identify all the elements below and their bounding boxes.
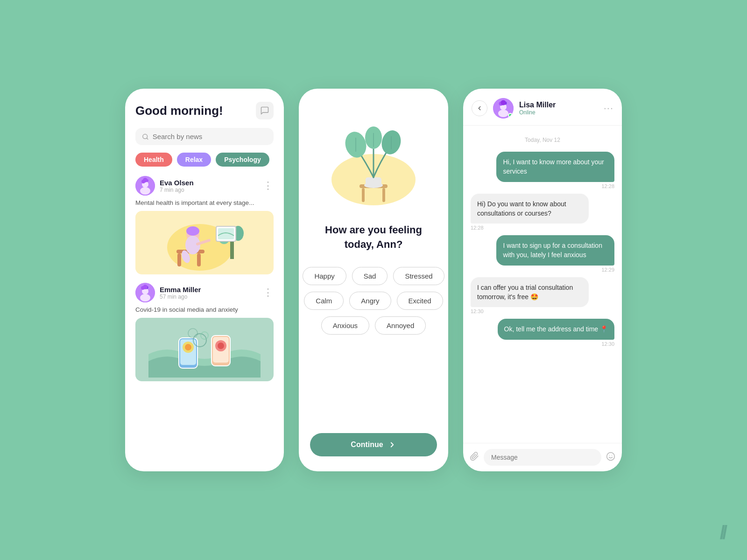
bubble-2: Hi) Do you want to know about consultati… (471, 194, 589, 224)
news-feed-card: Good morning! Health Relax Psychology L (125, 89, 284, 471)
post-image-1 (135, 211, 274, 274)
post-menu-2[interactable]: ⋮ (263, 287, 274, 298)
back-button[interactable] (472, 100, 487, 116)
svg-point-33 (185, 344, 191, 350)
continue-button[interactable]: Continue (310, 433, 437, 456)
chat-header: Lisa Miller Online ··· (463, 89, 622, 126)
tag-health[interactable]: Health (135, 153, 172, 167)
msg-time-3: 12:29 (601, 267, 614, 273)
mood-check-card: How are you feeling today, Ann? Happy Sa… (299, 89, 448, 471)
tags-row: Health Relax Psychology L (135, 153, 274, 167)
avatar-eva (135, 176, 155, 196)
message-1: Hi, I want to know more about your servi… (471, 152, 614, 189)
mood-row-1: Happy Sad Stressed (310, 267, 437, 285)
mood-illustration (322, 107, 425, 210)
deco-slashes: // (720, 522, 725, 543)
avatar-emma (135, 283, 155, 302)
mood-row-2: Calm Angry Excited (310, 292, 437, 310)
mood-row-3: Anxious Annoyed (310, 316, 437, 335)
mood-question: How are you feeling today, Ann? (310, 223, 437, 252)
bubble-4: I can offer you a trial consultation tom… (471, 277, 589, 308)
card1-header: Good morning! (135, 102, 274, 119)
mood-excited[interactable]: Excited (397, 292, 443, 310)
more-options-button[interactable]: ··· (604, 102, 613, 114)
msg-time-2: 12:28 (471, 225, 484, 231)
post-header-1: Eva Olsen 7 min ago ⋮ (135, 176, 274, 196)
mood-angry[interactable]: Angry (349, 292, 391, 310)
svg-point-25 (140, 294, 150, 301)
mood-chips-container: Happy Sad Stressed Calm Angry Excited An… (310, 267, 437, 335)
contact-name: Lisa Miller (519, 101, 598, 109)
search-input[interactable] (153, 133, 267, 140)
svg-point-4 (140, 187, 150, 195)
greeting-title: Good morning! (135, 104, 223, 118)
mood-happy[interactable]: Happy (303, 267, 346, 285)
date-divider: Today, Nov 12 (471, 137, 614, 143)
message-3: I want to sign up for a consultation wit… (471, 235, 614, 273)
chat-input-row (463, 443, 622, 471)
post-text-1: Mental health is important at every stag… (135, 199, 274, 206)
post-image-2 (135, 318, 274, 381)
svg-point-37 (218, 343, 224, 349)
post-time-1: 7 min ago (160, 187, 258, 193)
svg-point-7 (143, 178, 148, 182)
chevron-right-icon (388, 441, 396, 449)
post-time-2: 57 min ago (160, 294, 258, 300)
chat-card: Lisa Miller Online ··· Today, Nov 12 Hi,… (463, 89, 622, 471)
message-input[interactable] (484, 449, 601, 466)
svg-rect-10 (230, 240, 234, 259)
back-icon (476, 105, 483, 112)
post-author-2: Emma Miller (160, 286, 258, 294)
message-2: Hi) Do you want to know about consultati… (471, 194, 614, 231)
attach-button[interactable] (470, 452, 479, 463)
svg-point-52 (498, 110, 508, 117)
tag-relax[interactable]: Relax (177, 153, 211, 167)
post-author-1: Eva Olsen (160, 179, 258, 187)
chat-messages: Today, Nov 12 Hi, I want to know more ab… (463, 126, 622, 443)
post-header-2: Emma Miller 57 min ago ⋮ (135, 283, 274, 302)
bubble-1: Hi, I want to know more about your servi… (496, 152, 614, 182)
msg-time-4: 12:30 (471, 308, 484, 314)
svg-point-56 (607, 452, 615, 460)
search-bar[interactable] (135, 128, 274, 145)
post-card-2: Emma Miller 57 min ago ⋮ Covid-19 in soc… (135, 283, 274, 381)
svg-line-1 (147, 138, 148, 139)
smiley-icon (606, 452, 615, 461)
bubble-5: Ok, tell me the address and time 📍 (498, 319, 614, 339)
post-text-2: Covid-19 in social media and anxiety (135, 306, 274, 313)
message-5: Ok, tell me the address and time 📍 12:30 (471, 319, 614, 346)
chat-contact-avatar (493, 98, 514, 119)
mood-annoyed[interactable]: Annoyed (375, 316, 426, 335)
svg-point-18 (186, 226, 199, 236)
svg-point-55 (501, 100, 506, 105)
svg-rect-46 (366, 177, 381, 187)
mood-anxious[interactable]: Anxious (321, 316, 369, 335)
emoji-button[interactable] (606, 452, 615, 463)
post-card-1: Eva Olsen 7 min ago ⋮ Mental health is i… (135, 176, 274, 274)
mood-stressed[interactable]: Stressed (393, 267, 444, 285)
post-menu-1[interactable]: ⋮ (263, 181, 274, 191)
chat-icon-button[interactable] (256, 102, 274, 119)
msg-time-5: 12:30 (601, 341, 614, 347)
svg-point-28 (143, 285, 148, 289)
msg-time-1: 12:28 (601, 183, 614, 189)
svg-rect-15 (197, 253, 201, 266)
message-4: I can offer you a trial consultation tom… (471, 277, 614, 315)
mood-calm[interactable]: Calm (304, 292, 344, 310)
svg-rect-43 (362, 188, 365, 202)
chat-icon (260, 106, 269, 115)
search-icon (142, 133, 149, 140)
paperclip-icon (470, 452, 479, 461)
online-status-dot (508, 113, 513, 118)
continue-label: Continue (351, 441, 383, 449)
tag-psychology[interactable]: Psychology (216, 153, 269, 167)
svg-rect-44 (382, 188, 385, 202)
bubble-3: I want to sign up for a consultation wit… (496, 235, 614, 266)
contact-status: Online (519, 109, 598, 116)
mood-sad[interactable]: Sad (352, 267, 388, 285)
svg-rect-14 (177, 253, 181, 266)
